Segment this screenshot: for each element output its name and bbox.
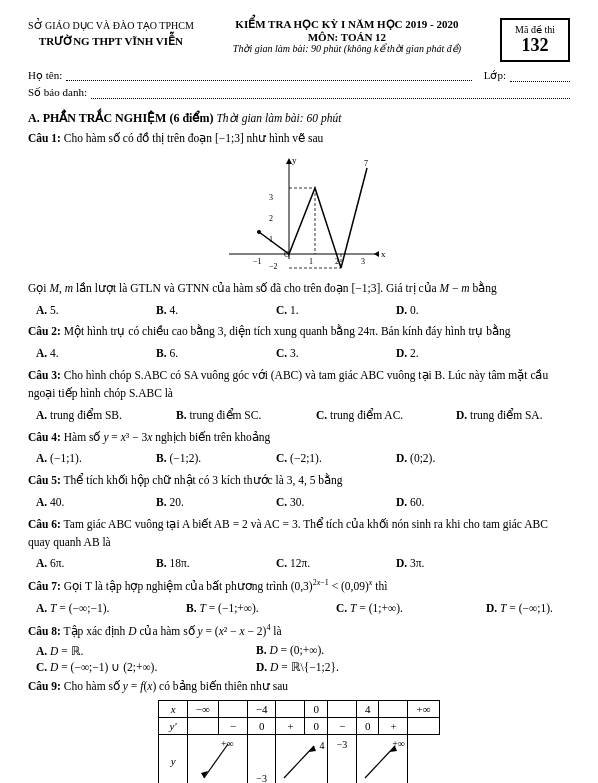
variation-table-container: x −∞ −4 0 4 +∞ y' − 0 + 0 − 0 + y <box>28 700 570 783</box>
svg-marker-2 <box>374 251 379 257</box>
svg-text:x: x <box>381 249 386 259</box>
svg-line-21 <box>204 744 228 778</box>
svg-line-25 <box>365 746 395 778</box>
question-6: Câu 6: Tam giác ABC vuông tại A biết AB … <box>28 516 570 552</box>
svg-text:2: 2 <box>269 214 273 223</box>
subject-name: MÔN: TOÁN 12 <box>204 31 490 43</box>
question-2: Câu 2: Một hình trụ có chiều cao bằng 3,… <box>28 323 570 341</box>
svg-text:3: 3 <box>269 193 273 202</box>
school-info: SỞ GIÁO DỤC VÀ ĐÀO TẠO TPHCM TRƯỜNG THPT… <box>28 18 194 50</box>
exam-info: KIỂM TRA HỌC KỲ I NĂM HỌC 2019 - 2020 MÔ… <box>194 18 500 54</box>
svg-point-19 <box>257 230 261 234</box>
q1-answers: A. 5. B. 4. C. 1. D. 0. <box>36 302 570 320</box>
q1-label: Câu 1: <box>28 132 61 144</box>
q1-a: A. 5. <box>36 302 146 320</box>
student-info-block: Họ tên: Lớp: Số báo danh: <box>28 68 570 99</box>
graph-q1: x y O −1 1 2 3 3 2 1 −2 7 <box>28 154 570 274</box>
ho-ten-label: Họ tên: <box>28 69 62 82</box>
page-header: SỞ GIÁO DỤC VÀ ĐÀO TẠO TPHCM TRƯỜNG THPT… <box>28 18 570 62</box>
section-a-time: Thời gian làm bài: 60 phút <box>216 112 341 124</box>
svg-text:3: 3 <box>361 257 365 266</box>
q1-c: C. 1. <box>276 302 386 320</box>
svg-line-23 <box>284 746 314 778</box>
department-name: SỞ GIÁO DỤC VÀ ĐÀO TẠO TPHCM <box>28 18 194 33</box>
question-7: Câu 7: Gọi T là tập hợp nghiệm của bất p… <box>28 577 570 596</box>
svg-text:y: y <box>292 155 297 165</box>
q6-answers: A. 6π. B. 18π. C. 12π. D. 3π. <box>36 555 570 573</box>
q3-answers: A. trung điểm SB. B. trung điểm SC. C. t… <box>36 407 570 425</box>
question-3: Câu 3: Cho hình chóp S.ABC có SA vuông g… <box>28 367 570 403</box>
q5-answers: A. 40. B. 20. C. 30. D. 60. <box>36 494 570 512</box>
q4-answers: A. (−1;1). B. (−1;2). C. (−2;1). D. (0;2… <box>36 450 570 468</box>
exam-code-label: Mã đề thi <box>512 24 558 35</box>
exam-title: KIỂM TRA HỌC KỲ I NĂM HỌC 2019 - 2020 <box>204 18 490 31</box>
svg-text:7: 7 <box>364 159 368 168</box>
time-info: Thời gian làm bài: 90 phút (không kể thờ… <box>204 43 490 54</box>
q1-subtext: Gọi M, m lần lượt là GTLN và GTNN của hà… <box>28 280 570 298</box>
question-8: Câu 8: Tập xác định D của hàm số y = (x²… <box>28 622 570 641</box>
school-name: TRƯỜNG THPT VĨNH VIỄN <box>28 33 194 50</box>
section-a-title: A. PHẦN TRẮC NGHIỆM (6 điểm) Thời gian l… <box>28 111 570 126</box>
question-9: Câu 9: Cho hàm số y = f(x) có bảng biến … <box>28 678 570 696</box>
q1-d: D. 0. <box>396 302 506 320</box>
variation-table: x −∞ −4 0 4 +∞ y' − 0 + 0 − 0 + y <box>158 700 439 783</box>
lop-label: Lớp: <box>484 69 506 82</box>
exam-code-box: Mã đề thi 132 <box>500 18 570 62</box>
q1-b: B. 4. <box>156 302 266 320</box>
function-graph: x y O −1 1 2 3 3 2 1 −2 7 <box>209 154 389 274</box>
question-4: Câu 4: Hàm số y = x³ − 3x nghịch biến tr… <box>28 429 570 447</box>
svg-text:−2: −2 <box>269 262 278 271</box>
svg-text:−1: −1 <box>253 257 262 266</box>
q7-answers: A. T = (−∞;−1). B. T = (−1;+∞). C. T = (… <box>36 600 570 618</box>
question-1: Câu 1: Cho hàm số có đồ thị trên đoạn [−… <box>28 130 570 148</box>
q2-answers: A. 4. B. 6. C. 3. D. 2. <box>36 345 570 363</box>
svg-text:1: 1 <box>309 257 313 266</box>
q8-answers: A. D = ℝ. B. D = (0;+∞). C. D = (−∞;−1) … <box>36 644 570 674</box>
so-bao-danh-label: Số báo danh: <box>28 86 87 99</box>
question-5: Câu 5: Thể tích khối hộp chữ nhật có 3 k… <box>28 472 570 490</box>
exam-code-number: 132 <box>512 35 558 56</box>
